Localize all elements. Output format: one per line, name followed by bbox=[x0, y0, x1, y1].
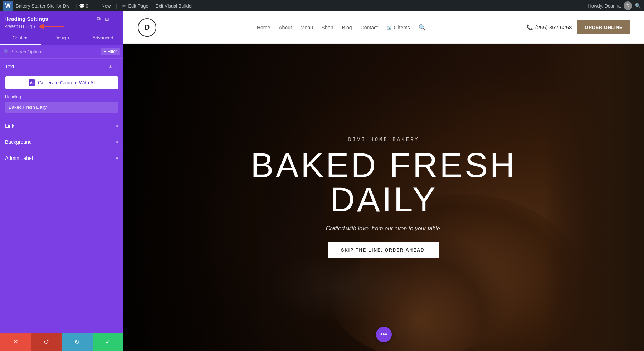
link-section-header[interactable]: Link ▾ bbox=[0, 118, 123, 134]
hero-section: DIVI HOME BAKERY BAKED FRESHDAILY Crafte… bbox=[123, 44, 644, 351]
nav-about[interactable]: About bbox=[279, 25, 292, 30]
nav-links: Home About Menu Shop Blog Contact 🛒 0 it… bbox=[257, 24, 426, 31]
hero-title: BAKED FRESHDAILY bbox=[251, 148, 517, 217]
exit-visual-builder-button[interactable]: Exit Visual Builder bbox=[153, 3, 196, 9]
nav-menu[interactable]: Menu bbox=[301, 25, 313, 30]
search-options-bar: 🔍 Search Options + Filter bbox=[0, 45, 123, 59]
text-section: Text ▾ ⋮ AI Generate Content With AI Hea… bbox=[0, 59, 123, 118]
new-button[interactable]: + New bbox=[94, 3, 113, 9]
tab-advanced[interactable]: Advanced bbox=[82, 31, 123, 45]
undo-button[interactable]: ↺ bbox=[31, 333, 62, 351]
heading-input[interactable] bbox=[5, 102, 118, 113]
website-preview: D Home About Menu Shop Blog Contact 🛒 0 … bbox=[123, 11, 644, 351]
site-nav: D Home About Menu Shop Blog Contact 🛒 0 … bbox=[123, 11, 644, 44]
text-section-title: Text bbox=[5, 64, 14, 69]
nav-blog[interactable]: Blog bbox=[342, 25, 352, 30]
main-area: Heading Settings ⧉ ⊞ ⋮ Preset: H1 Big ▾ bbox=[0, 11, 644, 351]
heading-field-label: Heading bbox=[5, 94, 118, 99]
copy-icon[interactable]: ⧉ bbox=[96, 15, 101, 23]
admin-label-section-header[interactable]: Admin Label ▾ bbox=[0, 150, 123, 166]
left-panel: Heading Settings ⧉ ⊞ ⋮ Preset: H1 Big ▾ bbox=[0, 11, 123, 351]
text-section-header[interactable]: Text ▾ ⋮ bbox=[0, 59, 123, 74]
ai-icon: AI bbox=[29, 79, 35, 86]
nav-contact[interactable]: Contact bbox=[361, 25, 378, 30]
floating-menu-button[interactable]: ••• bbox=[376, 327, 392, 342]
admin-label-section: Admin Label ▾ bbox=[0, 150, 123, 166]
floating-dots-icon: ••• bbox=[380, 331, 387, 338]
link-section-title: Link bbox=[5, 123, 14, 129]
hero-description: Crafted with love, from our oven to your… bbox=[251, 225, 517, 232]
comment-count[interactable]: 💬 0 bbox=[79, 3, 88, 9]
admin-label-section-title: Admin Label bbox=[5, 155, 33, 161]
columns-icon[interactable]: ⊞ bbox=[104, 15, 110, 23]
howdy-label: Howdy, Deanna bbox=[588, 3, 621, 9]
ai-generate-button[interactable]: AI Generate Content With AI bbox=[5, 76, 118, 89]
link-section: Link ▾ bbox=[0, 118, 123, 134]
nav-home[interactable]: Home bbox=[257, 25, 270, 30]
search-icon: 🔍 bbox=[4, 49, 9, 54]
panel-tabs: Content Design Advanced bbox=[0, 31, 123, 45]
hero-subtitle: DIVI HOME BAKERY bbox=[251, 137, 517, 142]
panel-title: Heading Settings bbox=[4, 16, 48, 22]
site-logo: D bbox=[138, 18, 156, 37]
order-online-button[interactable]: ORDER ONLINE bbox=[577, 20, 630, 34]
background-section-header[interactable]: Background ▾ bbox=[0, 134, 123, 150]
dots-menu-icon[interactable]: ⋮ bbox=[113, 15, 119, 23]
hero-content: DIVI HOME BAKERY BAKED FRESHDAILY Crafte… bbox=[244, 130, 524, 265]
preset-arrow bbox=[39, 24, 64, 29]
tab-design[interactable]: Design bbox=[41, 31, 82, 45]
text-section-content: AI Generate Content With AI Heading bbox=[0, 74, 123, 118]
bottom-bar: ✕ ↺ ↻ ✓ bbox=[0, 333, 123, 351]
edit-page-button[interactable]: ✏ Edit Page bbox=[119, 3, 151, 9]
phone-icon: 📞 bbox=[526, 24, 533, 31]
background-section-title: Background bbox=[5, 139, 32, 145]
search-options-placeholder: Search Options bbox=[11, 49, 44, 54]
panel-content: Text ▾ ⋮ AI Generate Content With AI Hea… bbox=[0, 59, 123, 333]
admin-search-icon[interactable]: 🔍 bbox=[635, 3, 641, 9]
wordpress-icon[interactable]: W bbox=[3, 1, 13, 11]
site-name: Bakery Starter Site for Divi bbox=[16, 3, 70, 9]
admin-bar: W Bakery Starter Site for Divi | 💬 0 | +… bbox=[0, 0, 644, 11]
nav-shop[interactable]: Shop bbox=[322, 25, 333, 30]
text-section-chevron: ▾ bbox=[109, 64, 112, 69]
filter-button[interactable]: + Filter bbox=[101, 48, 120, 55]
confirm-button[interactable]: ✓ bbox=[93, 333, 123, 351]
nav-cart[interactable]: 🛒 0 items bbox=[386, 25, 410, 30]
background-section: Background ▾ bbox=[0, 134, 123, 150]
phone-number: 📞 (255) 352-6258 bbox=[526, 24, 572, 31]
cancel-button[interactable]: ✕ bbox=[0, 333, 31, 351]
site-search-icon[interactable]: 🔍 bbox=[419, 24, 426, 31]
hero-cta-button[interactable]: SKIP THE LINE. ORDER AHEAD. bbox=[328, 242, 439, 258]
admin-label-section-chevron: ▾ bbox=[116, 156, 118, 161]
user-avatar: D bbox=[624, 1, 632, 10]
background-section-chevron: ▾ bbox=[116, 140, 118, 145]
link-section-chevron: ▾ bbox=[116, 123, 118, 129]
panel-header: Heading Settings ⧉ ⊞ ⋮ Preset: H1 Big ▾ bbox=[0, 11, 123, 31]
preset-label[interactable]: Preset: H1 Big ▾ bbox=[4, 24, 119, 29]
redo-button[interactable]: ↻ bbox=[62, 333, 93, 351]
tab-content[interactable]: Content bbox=[0, 31, 41, 45]
text-section-dots[interactable]: ⋮ bbox=[114, 64, 118, 69]
